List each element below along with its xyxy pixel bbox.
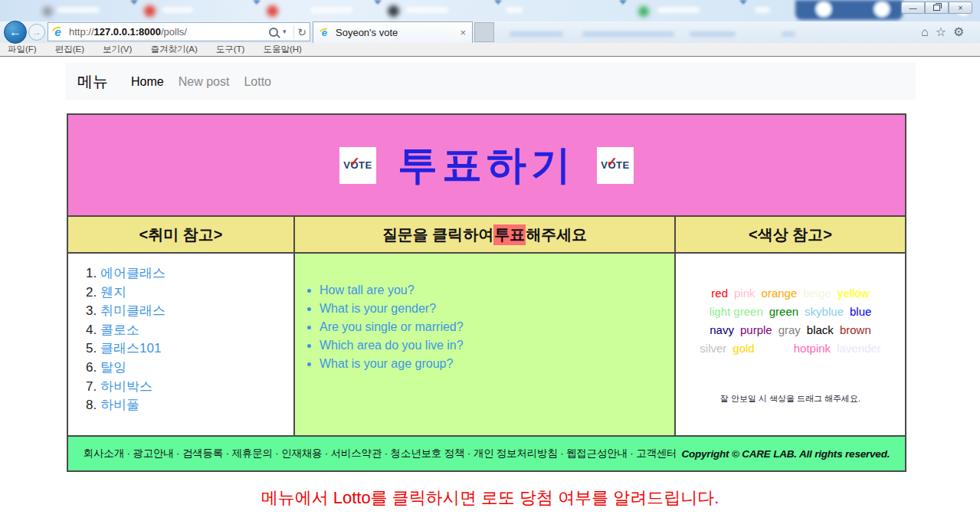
- color-word: gold: [733, 342, 754, 355]
- list-item: Are you single or married?: [320, 318, 674, 336]
- close-icon: ×: [959, 4, 963, 12]
- lotto-notice: 메뉴에서 Lotto를 클릭하시면 로또 당첨 여부를 알려드립니다.: [0, 487, 980, 510]
- blurred-tab-text: [310, 7, 352, 13]
- question-link[interactable]: Which area do you live in?: [320, 339, 464, 352]
- colors-cell: redpinkorangebeigeyellow light greengree…: [676, 254, 905, 437]
- blurred-text: [510, 31, 563, 37]
- browser-tab[interactable]: e Soyeon's vote ×: [313, 21, 473, 43]
- close-button[interactable]: ×: [949, 2, 972, 14]
- blurred-tab-text: [57, 7, 100, 13]
- nav-link-home[interactable]: Home: [131, 75, 164, 89]
- blurred-tab-text: [657, 7, 700, 13]
- page-content: 메뉴 Home New post Lotto VO✓TE 투표하기 VO✓TE …: [0, 57, 980, 521]
- new-tab-button[interactable]: [474, 22, 494, 42]
- blurred-tab-text: [506, 7, 523, 13]
- address-bar[interactable]: e http://127.0.0.1:8000/polls/ ▼ ↻: [48, 22, 310, 41]
- menu-bar-item[interactable]: 도구(T): [216, 44, 245, 55]
- search-icon[interactable]: [269, 28, 278, 37]
- blurred-text: [582, 31, 674, 37]
- color-word: blue: [850, 305, 871, 318]
- questions-list: How tall are you?What is your gender?Are…: [295, 281, 674, 373]
- url-text[interactable]: http://127.0.0.1:8000/polls/: [69, 26, 269, 38]
- vote-badge-letter-o: O✓: [350, 159, 359, 171]
- blurred-favicon: [42, 6, 53, 17]
- blurred-background-strip: [0, 0, 980, 21]
- restore-button[interactable]: [925, 2, 949, 14]
- color-word: lavender: [837, 342, 881, 355]
- blurred-tab-pin: [739, 0, 747, 5]
- hobby-link[interactable]: 하비풀: [100, 398, 139, 412]
- blurred-favicon: [638, 6, 649, 17]
- search-dropdown-caret-icon[interactable]: ▼: [281, 28, 287, 35]
- navbar-brand[interactable]: 메뉴: [77, 71, 108, 92]
- blurred-favicon: [388, 5, 399, 17]
- hobby-list-cell: 에어클래스웬지취미클래스콜로소클래스101탈잉하비박스하비풀: [68, 254, 295, 437]
- site-navbar: 메뉴 Home New post Lotto: [65, 63, 916, 100]
- color-words-line: silvergoldwhitehotpinklavender: [676, 339, 905, 358]
- question-link[interactable]: What is your age group?: [320, 357, 453, 370]
- back-button[interactable]: ←: [4, 21, 27, 44]
- menu-bar: 파일(F)편집(E)보기(V)즐겨찾기(A)도구(T)도움말(H): [0, 43, 980, 57]
- site-footer: 회사소개 · 광고안내 · 검색등록 · 제휴문의 · 인재채용 · 서비스약관…: [68, 437, 905, 470]
- refresh-icon[interactable]: ↻: [297, 26, 306, 38]
- colors-column-header: <색상 참고>: [676, 217, 905, 254]
- blurred-tab-pin: [619, 0, 627, 5]
- hobby-column-header: <취미 참고>: [68, 217, 295, 254]
- question-link[interactable]: How tall are you?: [320, 283, 415, 297]
- list-item: 하비박스: [100, 378, 293, 397]
- menu-bar-item[interactable]: 보기(V): [103, 44, 132, 55]
- hobby-link[interactable]: 클래스101: [100, 341, 161, 356]
- window-controls: — ×: [901, 2, 972, 14]
- settings-gear-icon[interactable]: ⚙: [953, 24, 964, 41]
- color-words: redpinkorangebeigeyellow light greengree…: [676, 284, 905, 358]
- tab-close-icon[interactable]: ×: [458, 27, 467, 38]
- hobby-link[interactable]: 취미클래스: [100, 303, 166, 318]
- list-item: 웬지: [100, 283, 293, 303]
- questions-cell: How tall are you?What is your gender?Are…: [295, 254, 676, 437]
- nav-link-lotto[interactable]: Lotto: [244, 75, 271, 89]
- blurred-tab-pin: [130, 0, 138, 5]
- question-link[interactable]: What is your gender?: [320, 302, 436, 315]
- favorites-star-icon[interactable]: ☆: [936, 24, 946, 41]
- ie-icon: e: [319, 27, 329, 38]
- list-item: 하비풀: [100, 396, 293, 415]
- list-item: What is your age group?: [320, 355, 674, 373]
- hobby-link[interactable]: 에어클래스: [100, 266, 166, 280]
- menu-bar-item[interactable]: 파일(F): [8, 44, 37, 55]
- menu-bar-item[interactable]: 즐겨찾기(A): [150, 44, 197, 55]
- hobby-link[interactable]: 하비박스: [100, 379, 152, 394]
- question-link[interactable]: Are you single or married?: [320, 320, 464, 333]
- banner-row: VO✓TE 투표하기 VO✓TE: [68, 115, 905, 217]
- blurred-tab-text: [755, 7, 770, 13]
- browser-toolbar-icons: ⌂ ☆ ⚙: [921, 24, 964, 41]
- tab-title: Soyeon's vote: [336, 27, 458, 38]
- ie-icon: e: [51, 25, 64, 38]
- home-icon[interactable]: ⌂: [921, 24, 929, 41]
- nav-link-new-post[interactable]: New post: [179, 75, 230, 89]
- checkmark-icon: ✓: [349, 154, 360, 170]
- vote-badge-image: VO✓TE: [597, 147, 634, 184]
- minimize-button[interactable]: —: [901, 2, 925, 14]
- color-word: navy: [710, 323, 734, 336]
- color-word: red: [711, 287, 728, 300]
- copyright-text: Copyright © CARE LAB. All rights reserve…: [681, 448, 890, 460]
- back-arrow-icon: ←: [9, 25, 21, 39]
- color-word: pink: [734, 287, 755, 300]
- hobby-link[interactable]: 웬지: [100, 285, 126, 300]
- blurred-tab-text: [162, 7, 193, 13]
- color-word: green: [769, 305, 798, 318]
- menu-bar-item[interactable]: 편집(E): [55, 44, 84, 55]
- hobby-link[interactable]: 콜로소: [100, 323, 139, 337]
- list-item: 클래스101: [100, 339, 293, 359]
- color-word: orange: [762, 287, 798, 300]
- blurred-tab-pin: [253, 0, 261, 5]
- hobby-link[interactable]: 탈잉: [100, 360, 126, 375]
- forward-button[interactable]: →: [28, 24, 45, 41]
- list-item: 취미클래스: [100, 302, 293, 321]
- color-words-line: redpinkorangebeigeyellow: [676, 284, 905, 303]
- vote-badge-letter-o: O✓: [608, 159, 616, 171]
- vote-table: VO✓TE 투표하기 VO✓TE <취미 참고> 질문을 클릭하여 투표 해주세…: [67, 113, 906, 472]
- forward-arrow-icon: →: [32, 27, 41, 38]
- menu-bar-item[interactable]: 도움말(H): [263, 44, 301, 55]
- blurred-text: [690, 31, 736, 37]
